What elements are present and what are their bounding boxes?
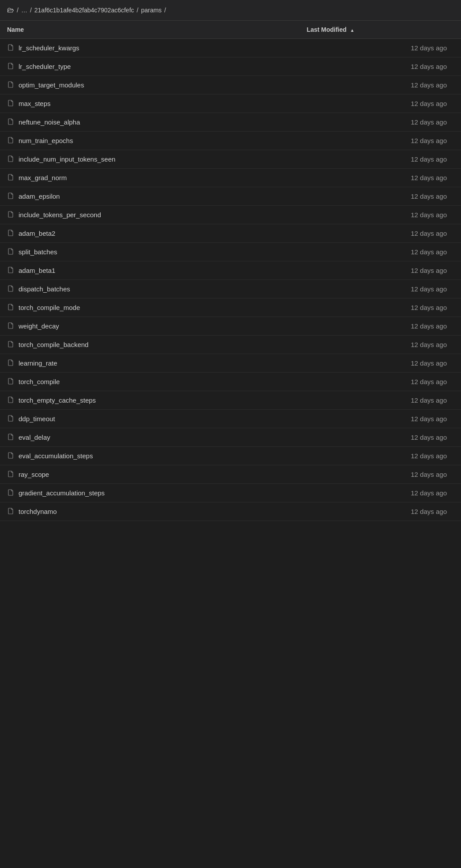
- file-name: eval_accumulation_steps: [19, 452, 93, 460]
- file-name: eval_delay: [19, 434, 50, 441]
- file-name-cell: dispatch_batches: [0, 280, 300, 298]
- breadcrumb-hash[interactable]: 21af6c1b1afe4b2fab4c7902ac6cfefc: [34, 7, 134, 14]
- file-icon: [7, 489, 14, 497]
- table-row[interactable]: ddp_timeout 12 days ago: [0, 410, 461, 428]
- file-name-cell: torch_compile_backend: [0, 336, 300, 354]
- table-row[interactable]: adam_beta2 12 days ago: [0, 224, 461, 243]
- table-row[interactable]: torch_compile_mode 12 days ago: [0, 298, 461, 317]
- file-modified: 12 days ago: [300, 317, 461, 336]
- file-modified: 12 days ago: [300, 391, 461, 410]
- file-icon: [7, 359, 14, 367]
- table-row[interactable]: eval_accumulation_steps 12 days ago: [0, 447, 461, 465]
- file-icon: [7, 155, 14, 163]
- file-name: lr_scheduler_kwargs: [19, 44, 79, 52]
- file-modified: 12 days ago: [300, 261, 461, 280]
- file-name-cell: torchdynamo: [0, 502, 300, 521]
- file-modified: 12 days ago: [300, 298, 461, 317]
- file-modified: 12 days ago: [300, 39, 461, 57]
- file-name: dispatch_batches: [19, 285, 70, 293]
- file-name-cell: weight_decay: [0, 317, 300, 336]
- table-row[interactable]: torch_compile_backend 12 days ago: [0, 336, 461, 354]
- file-name-cell: neftune_noise_alpha: [0, 113, 300, 132]
- file-icon: [7, 396, 14, 404]
- file-modified: 12 days ago: [300, 132, 461, 150]
- table-row[interactable]: num_train_epochs 12 days ago: [0, 132, 461, 150]
- file-modified: 12 days ago: [300, 150, 461, 169]
- file-icon: [7, 340, 14, 349]
- file-name: torch_compile_mode: [19, 304, 80, 311]
- table-row[interactable]: lr_scheduler_kwargs 12 days ago: [0, 39, 461, 57]
- file-modified: 12 days ago: [300, 57, 461, 76]
- table-row[interactable]: torch_compile 12 days ago: [0, 373, 461, 391]
- file-icon: [7, 285, 14, 293]
- breadcrumb-params[interactable]: params: [141, 7, 162, 14]
- table-row[interactable]: eval_delay 12 days ago: [0, 428, 461, 447]
- file-name-cell: max_steps: [0, 94, 300, 113]
- table-row[interactable]: gradient_accumulation_steps 12 days ago: [0, 484, 461, 502]
- table-row[interactable]: torchdynamo 12 days ago: [0, 502, 461, 521]
- table-row[interactable]: max_steps 12 days ago: [0, 94, 461, 113]
- file-modified: 12 days ago: [300, 428, 461, 447]
- table-row[interactable]: include_tokens_per_second 12 days ago: [0, 206, 461, 224]
- file-table: Name Last Modified ▲ lr_scheduler_kwargs…: [0, 21, 461, 521]
- file-name: max_steps: [19, 100, 51, 107]
- column-header-name[interactable]: Name: [0, 21, 300, 39]
- file-name: adam_beta2: [19, 230, 55, 237]
- file-icon: [7, 192, 14, 200]
- table-row[interactable]: adam_beta1 12 days ago: [0, 261, 461, 280]
- file-modified: 12 days ago: [300, 113, 461, 132]
- file-icon: [7, 470, 14, 479]
- table-row[interactable]: include_num_input_tokens_seen 12 days ag…: [0, 150, 461, 169]
- file-modified: 12 days ago: [300, 410, 461, 428]
- file-name-cell: gradient_accumulation_steps: [0, 484, 300, 502]
- file-icon: [7, 303, 14, 312]
- file-name-cell: ddp_timeout: [0, 410, 300, 428]
- file-icon: [7, 44, 14, 52]
- file-modified: 12 days ago: [300, 76, 461, 94]
- table-row[interactable]: neftune_noise_alpha 12 days ago: [0, 113, 461, 132]
- table-row[interactable]: learning_rate 12 days ago: [0, 354, 461, 373]
- file-modified: 12 days ago: [300, 447, 461, 465]
- file-name-cell: torch_empty_cache_steps: [0, 391, 300, 410]
- file-icon: [7, 452, 14, 460]
- file-icon: [7, 62, 14, 71]
- table-row[interactable]: adam_epsilon 12 days ago: [0, 187, 461, 206]
- file-icon: [7, 99, 14, 108]
- file-icon: [7, 118, 14, 126]
- file-name-cell: split_batches: [0, 243, 300, 261]
- breadcrumb-sep: /: [164, 7, 166, 14]
- file-name-cell: adam_epsilon: [0, 187, 300, 206]
- file-name: ddp_timeout: [19, 415, 55, 423]
- column-header-modified[interactable]: Last Modified ▲: [300, 21, 461, 39]
- file-name-cell: max_grad_norm: [0, 169, 300, 187]
- table-row[interactable]: dispatch_batches 12 days ago: [0, 280, 461, 298]
- file-modified: 12 days ago: [300, 243, 461, 261]
- file-icon: [7, 377, 14, 386]
- file-name: learning_rate: [19, 359, 57, 367]
- file-modified: 12 days ago: [300, 206, 461, 224]
- table-row[interactable]: lr_scheduler_type 12 days ago: [0, 57, 461, 76]
- file-modified: 12 days ago: [300, 336, 461, 354]
- file-name: torch_compile: [19, 378, 60, 385]
- file-modified: 12 days ago: [300, 169, 461, 187]
- file-icon: [7, 433, 14, 442]
- file-name: torch_empty_cache_steps: [19, 396, 96, 404]
- file-name-cell: include_tokens_per_second: [0, 206, 300, 224]
- table-row[interactable]: ray_scope 12 days ago: [0, 465, 461, 484]
- breadcrumb-folder-icon[interactable]: 🗁: [7, 6, 14, 14]
- file-name-cell: num_train_epochs: [0, 132, 300, 150]
- table-row[interactable]: torch_empty_cache_steps 12 days ago: [0, 391, 461, 410]
- table-row[interactable]: optim_target_modules 12 days ago: [0, 76, 461, 94]
- file-modified: 12 days ago: [300, 373, 461, 391]
- table-row[interactable]: max_grad_norm 12 days ago: [0, 169, 461, 187]
- file-name: split_batches: [19, 248, 57, 256]
- file-name-cell: lr_scheduler_type: [0, 57, 300, 76]
- table-row[interactable]: split_batches 12 days ago: [0, 243, 461, 261]
- file-icon: [7, 507, 14, 516]
- table-row[interactable]: weight_decay 12 days ago: [0, 317, 461, 336]
- file-name-cell: torch_compile: [0, 373, 300, 391]
- file-icon: [7, 266, 14, 275]
- file-name: max_grad_norm: [19, 174, 67, 181]
- file-name-cell: learning_rate: [0, 354, 300, 373]
- breadcrumb-ellipsis[interactable]: …: [21, 7, 27, 14]
